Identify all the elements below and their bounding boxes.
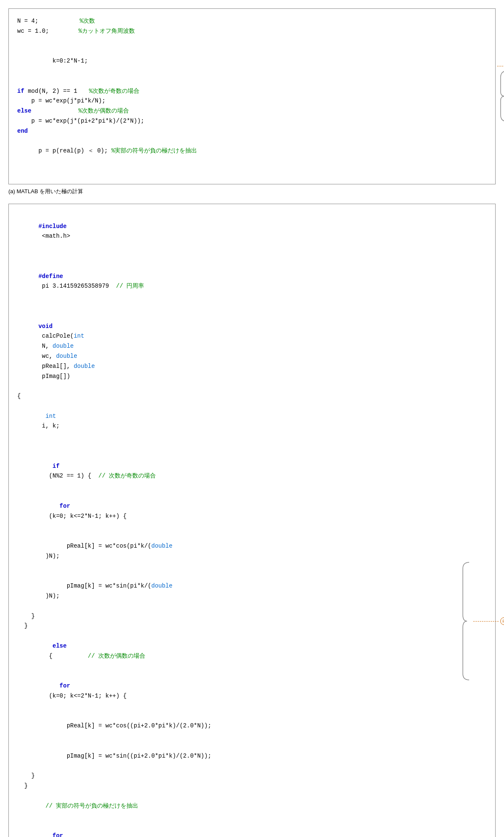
code-line: if (N%2 == 1) { // 次数が奇数の場合	[17, 451, 487, 491]
code-line: #include <math.h>	[17, 212, 487, 252]
code-text: (k=0; k<=2*N-1; k++) {	[45, 693, 126, 699]
code-line-blank	[17, 37, 487, 47]
keyword-for3: for	[52, 832, 63, 837]
code-text: p = p(real(p) ＜ 0); %実部の符号が負の極だけを抽出	[38, 147, 197, 154]
keyword-int2: int	[45, 413, 56, 420]
code-text: }	[17, 613, 35, 619]
code-text: }	[17, 622, 28, 629]
keyword-end: end	[17, 128, 28, 134]
code-line: if mod(N, 2) == 1 %次数が奇数の場合	[17, 87, 487, 97]
code-line: }	[17, 621, 487, 631]
keyword-int: int	[74, 333, 84, 339]
keyword-if: if	[17, 88, 24, 94]
code-line: for (k=0; k<=2*N-1; k++) {	[17, 671, 487, 711]
code-text: pImag[k] = wc*sin((pi+2.0*pi*k)/(2.0*N))…	[45, 753, 211, 759]
code-text: pi 3.14159265358979 // 円周率	[38, 283, 144, 289]
code-text: // 実部の符号が負の極だけを抽出	[38, 803, 138, 809]
code-line: {	[17, 391, 487, 401]
keyword-void: void	[38, 323, 52, 330]
code-line: }	[17, 771, 487, 781]
caption-a: (a) MATLAB を用いた極の計算	[8, 188, 496, 195]
code-text: <math.h>	[38, 233, 70, 239]
code-text	[45, 503, 60, 509]
keyword-include: #include	[38, 223, 66, 230]
code-line: wc = 1.0; %カットオフ角周波数	[17, 26, 487, 37]
keyword-double5: double	[151, 582, 172, 589]
code-line: for (i=0, k=0; k<=2*N-1; k++) {	[17, 821, 487, 837]
code-text: )N);	[45, 593, 60, 599]
code-line: }	[17, 781, 487, 791]
code-text	[45, 643, 52, 649]
code-line: else { // 次数が偶数の場合	[17, 631, 487, 671]
keyword-double4: double	[151, 543, 172, 549]
code-text: pReal[k] = wc*cos((pi+2.0*pi*k)/(2.0*N))…	[45, 722, 211, 729]
code-text: N = 4; %次数	[17, 18, 95, 24]
code-line: end	[17, 126, 487, 136]
code-line-blank	[17, 441, 487, 451]
code-line-blank	[17, 252, 487, 262]
code-line: N = 4; %次数	[17, 16, 487, 26]
code-line: void calcPole(int N, double wc, double p…	[17, 312, 487, 391]
code-text: pReal[k] = wc*cos(pi*k/(	[45, 543, 151, 549]
code-text: mod(N, 2) == 1 %次数が奇数の場合	[24, 88, 139, 94]
code-text: pImag[])	[38, 373, 70, 380]
keyword-define: #define	[38, 273, 63, 280]
code-text: {	[17, 393, 21, 399]
annotation-4: ④	[500, 617, 504, 625]
code-line: #define pi 3.14159265358979 // 円周率	[17, 262, 487, 302]
keyword-else2: else	[52, 643, 67, 649]
code-text	[45, 682, 60, 689]
keyword-else: else	[17, 108, 32, 114]
code-text: i, k;	[38, 422, 59, 429]
code-line: else %次数が偶数の場合	[17, 106, 487, 116]
keyword-if2: if	[52, 463, 60, 470]
code-text: k=0:2*N-1;	[52, 58, 88, 64]
keyword-double1: double	[52, 343, 74, 349]
code-text: pImag[k] = wc*sin(pi*k/(	[45, 582, 151, 589]
code-line: for (k=0; k<=2*N-1; k++) {	[17, 491, 487, 531]
brace-2	[499, 69, 504, 123]
code-block-b: #include <math.h> #define pi 3.141592653…	[8, 204, 496, 837]
code-text: wc = 1.0; %カットオフ角周波数	[17, 28, 135, 34]
code-line: pImag[k] = wc*sin((pi+2.0*pi*k)/(2.0*N))…	[17, 741, 487, 771]
code-text: (N%2 == 1) { // 次数が奇数の場合	[45, 472, 156, 479]
keyword-for2: for	[60, 682, 70, 689]
code-text: N,	[38, 343, 52, 349]
comment: %次数	[79, 18, 94, 24]
code-text	[45, 463, 52, 470]
brace-4	[461, 560, 473, 682]
code-line: p = p(real(p) ＜ 0); %実部の符号が負の極だけを抽出 ③	[17, 136, 487, 176]
code-text: wc,	[38, 353, 56, 359]
keyword-double3: double	[74, 363, 94, 370]
code-block-a: N = 4; %次数 wc = 1.0; %カットオフ角周波数 k=0:2*N-…	[8, 8, 496, 184]
code-text: calcPole(	[38, 333, 74, 339]
code-text	[45, 832, 52, 837]
code-text: }	[17, 772, 35, 779]
code-line: p = wc*exp(j*(pi+2*pi*k)/(2*N));	[17, 116, 487, 126]
keyword-double2: double	[56, 353, 77, 359]
code-line: p = wc*exp(j*pi*k/N);	[17, 96, 487, 106]
code-text: }	[17, 782, 28, 789]
code-text: p = wc*exp(j*pi*k/N);	[17, 97, 105, 104]
code-text: )N);	[45, 553, 60, 559]
code-text: { // 次数が偶数の場合	[45, 653, 145, 659]
code-line: }	[17, 611, 487, 622]
code-line: int i, k;	[17, 401, 487, 441]
keyword-for1: for	[60, 503, 70, 509]
code-line: pReal[k] = wc*cos((pi+2.0*pi*k)/(2.0*N))…	[17, 711, 487, 741]
code-text: pReal[],	[38, 363, 74, 370]
code-line-blank	[17, 302, 487, 312]
code-line: pReal[k] = wc*cos(pi*k/(double )N);	[17, 531, 487, 571]
comment: %カットオフ角周波数	[79, 28, 135, 34]
code-line: k=0:2*N-1; ①	[17, 46, 487, 86]
code-line: // 実部の符号が負の極だけを抽出	[17, 791, 487, 821]
code-text: p = wc*exp(j*(pi+2*pi*k)/(2*N));	[17, 118, 144, 124]
code-text: (k=0; k<=2*N-1; k++) {	[45, 513, 126, 520]
code-line: pImag[k] = wc*sin(pi*k/(double )N);	[17, 571, 487, 611]
code-text: %次数が偶数の場合	[32, 108, 129, 114]
code-text	[38, 413, 45, 420]
